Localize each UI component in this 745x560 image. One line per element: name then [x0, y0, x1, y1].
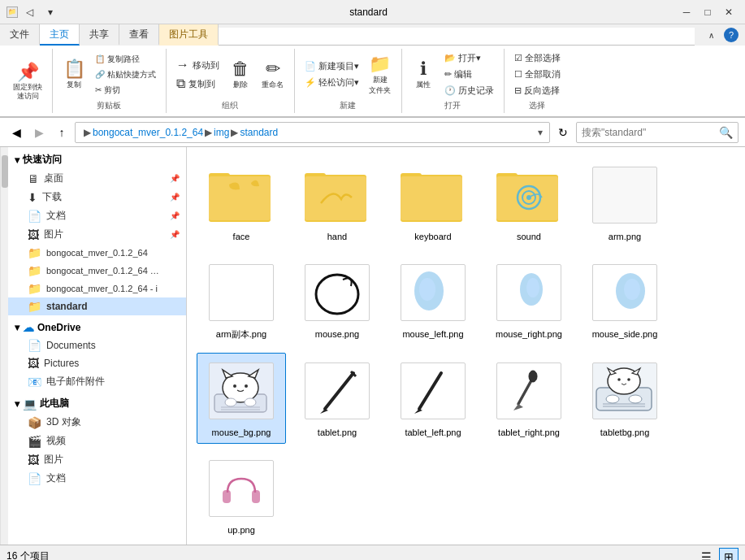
- copy-btn[interactable]: 📋 复制: [59, 57, 89, 92]
- customize-btn[interactable]: ▾: [41, 4, 60, 20]
- sidebar-item-3d[interactable]: 📦 3D 对象: [8, 413, 186, 432]
- file-item-hand[interactable]: hand: [292, 157, 382, 248]
- sidebar-item-od-pictures[interactable]: 🖼 Pictures: [8, 354, 186, 372]
- address-path[interactable]: ▶ bongocat_mver_0.1.2_64 ▶ img ▶ standar…: [75, 122, 550, 143]
- details-view-btn[interactable]: ☰: [696, 548, 716, 561]
- select-none-btn[interactable]: ☐ 全部取消: [511, 67, 564, 82]
- refresh-btn[interactable]: ↻: [553, 123, 573, 142]
- sidebar-thispc-header[interactable]: ▾ 💻 此电脑: [8, 394, 186, 413]
- sidebar-item-pc-documents[interactable]: 📄 文档: [8, 469, 186, 488]
- up-btn[interactable]: ↑: [52, 123, 71, 142]
- large-icons-view-btn[interactable]: ⊞: [719, 548, 739, 561]
- cut-btn[interactable]: ✂ 剪切: [92, 83, 159, 98]
- thispc-label: 此电脑: [40, 397, 69, 410]
- tab-image-tools[interactable]: 图片工具: [159, 24, 219, 46]
- quickaccess-label: 快速访问: [23, 153, 62, 167]
- od-email-icon: 📧: [28, 376, 41, 389]
- sidebar-scroll-thumb[interactable]: [2, 155, 8, 188]
- file-item-mouse-bg[interactable]: mouse_bg.png: [197, 353, 286, 444]
- tab-view[interactable]: 查看: [119, 24, 159, 46]
- sidebar-item-pc-pictures[interactable]: 🖼 图片: [8, 450, 186, 469]
- edit-btn[interactable]: ✏ 编辑: [441, 67, 497, 82]
- back-btn[interactable]: ◀: [6, 123, 26, 142]
- tab-file[interactable]: 文件: [0, 24, 40, 46]
- file-item-sound[interactable]: sound: [484, 157, 574, 248]
- pin-btn[interactable]: 📌 固定到快速访问: [10, 60, 45, 102]
- organize-items: → 移动到 ⧉ 复制到 🗑 删除 ✏ 重命名: [173, 50, 288, 98]
- sidebar-item-folder3[interactable]: 📁 bongocat_mver_0.1.2_64 - i: [8, 280, 186, 297]
- history-btn[interactable]: 🕐 历史记录: [441, 83, 497, 98]
- search-input[interactable]: [577, 127, 714, 138]
- file-item-keyboard[interactable]: keyboard: [388, 157, 478, 248]
- sidebar-onedrive-header[interactable]: ▾ ☁ OneDrive: [8, 319, 186, 336]
- file-item-mouse-left[interactable]: mouse_left.png: [388, 254, 478, 345]
- path-part-3[interactable]: standard: [240, 127, 278, 138]
- sidebar-quickaccess-header[interactable]: ▾ 快速访问: [8, 150, 186, 169]
- search-box[interactable]: 🔍: [576, 122, 739, 143]
- arm-img: [592, 167, 657, 224]
- file-item-arm[interactable]: arm.png: [580, 157, 669, 248]
- select-all-btn[interactable]: ☑ 全部选择: [511, 50, 564, 66]
- sidebar-item-desktop[interactable]: 🖥 桌面 📌: [8, 169, 186, 188]
- rename-btn[interactable]: ✏ 重命名: [258, 57, 288, 92]
- tab-home[interactable]: 主页: [40, 24, 80, 46]
- ribbon-group-pin: 📌 固定到快速访问: [3, 49, 53, 113]
- paste-path-btn[interactable]: 📋 复制路径: [92, 52, 159, 67]
- file-item-face[interactable]: face: [197, 157, 286, 248]
- path-dropdown-btn[interactable]: ▾: [538, 127, 543, 138]
- sidebar-item-standard[interactable]: 📁 standard: [8, 297, 186, 315]
- new-folder-btn[interactable]: 📁 新建文件夹: [366, 52, 395, 98]
- move-to-btn[interactable]: → 移动到: [173, 56, 223, 74]
- sidebar-documents-label: 文档: [46, 209, 66, 223]
- delete-btn[interactable]: 🗑 删除: [226, 57, 255, 92]
- file-item-mouse-right[interactable]: mouse_right.png: [484, 254, 574, 345]
- up-svg: [213, 464, 270, 513]
- sidebar-item-od-documents[interactable]: 📄 Documents: [8, 336, 186, 354]
- sidebar-item-folder1[interactable]: 📁 bongocat_mver_0.1.2_64: [8, 244, 186, 262]
- tablet-img: [305, 362, 370, 419]
- file-item-tabletbg[interactable]: tabletbg.png: [580, 353, 669, 444]
- sidebar-scrollbar[interactable]: [0, 147, 8, 545]
- file-item-up[interactable]: up.png: [197, 450, 286, 541]
- file-item-arm-copy[interactable]: arm副本.png: [197, 254, 286, 345]
- properties-btn[interactable]: ℹ 属性: [409, 57, 438, 92]
- copy-to-btn[interactable]: ⧉ 复制到: [173, 75, 223, 93]
- path-part-1[interactable]: bongocat_mver_0.1.2_64: [93, 127, 203, 138]
- file-item-tablet-left[interactable]: tablet_left.png: [388, 353, 478, 444]
- mouse-side-img: [592, 264, 657, 321]
- sidebar-item-videos[interactable]: 🎬 视频: [8, 432, 186, 450]
- file-grid[interactable]: face hand: [187, 147, 745, 545]
- new-item-btn[interactable]: 📄 新建项目▾: [301, 59, 362, 74]
- face-thumb: [205, 163, 278, 228]
- arm-thumb: [588, 163, 661, 228]
- minimize-btn[interactable]: ─: [677, 4, 696, 20]
- sidebar-item-pictures[interactable]: 🖼 图片 📌: [8, 225, 186, 244]
- up-img: [209, 460, 274, 517]
- tab-share[interactable]: 共享: [80, 24, 119, 46]
- invert-selection-btn[interactable]: ⊟ 反向选择: [511, 83, 564, 98]
- sidebar-item-downloads[interactable]: ⬇ 下载 📌: [8, 188, 186, 206]
- file-item-mouse-side[interactable]: mouse_side.png: [580, 254, 669, 345]
- search-icon[interactable]: 🔍: [714, 126, 738, 139]
- od-pictures-icon: 🖼: [28, 357, 39, 370]
- sidebar-item-od-email[interactable]: 📧 电子邮件附件: [8, 372, 186, 391]
- file-item-mouse[interactable]: mouse.png: [292, 254, 382, 345]
- paste-shortcut-btn[interactable]: 🔗 粘贴快捷方式: [92, 67, 159, 82]
- up-label: up.png: [227, 524, 255, 536]
- close-btn[interactable]: ✕: [719, 4, 739, 20]
- help-btn[interactable]: ?: [724, 28, 739, 42]
- open-btn[interactable]: 📂 打开▾: [441, 50, 497, 66]
- folder1-icon: 📁: [28, 246, 41, 259]
- desktop-icon: 🖥: [28, 172, 39, 185]
- ribbon-collapse-btn[interactable]: ∧: [701, 27, 721, 43]
- quick-access-btn[interactable]: ◁: [19, 4, 39, 20]
- file-item-tablet[interactable]: tablet.png: [292, 353, 382, 444]
- maximize-btn[interactable]: □: [698, 4, 717, 20]
- sidebar-section-quickaccess: ▾ 快速访问 🖥 桌面 📌 ⬇ 下载 📌 📄 文档 📌: [8, 150, 186, 315]
- forward-btn[interactable]: ▶: [29, 123, 49, 142]
- sidebar-item-folder2[interactable]: 📁 bongocat_mver_0.1.2_64 - 1: [8, 262, 186, 280]
- path-part-2[interactable]: img: [214, 127, 229, 138]
- file-item-tablet-right[interactable]: tablet_right.png: [484, 353, 574, 444]
- easy-access-btn[interactable]: ⚡ 轻松访问▾: [301, 75, 362, 90]
- sidebar-item-documents[interactable]: 📄 文档 📌: [8, 206, 186, 225]
